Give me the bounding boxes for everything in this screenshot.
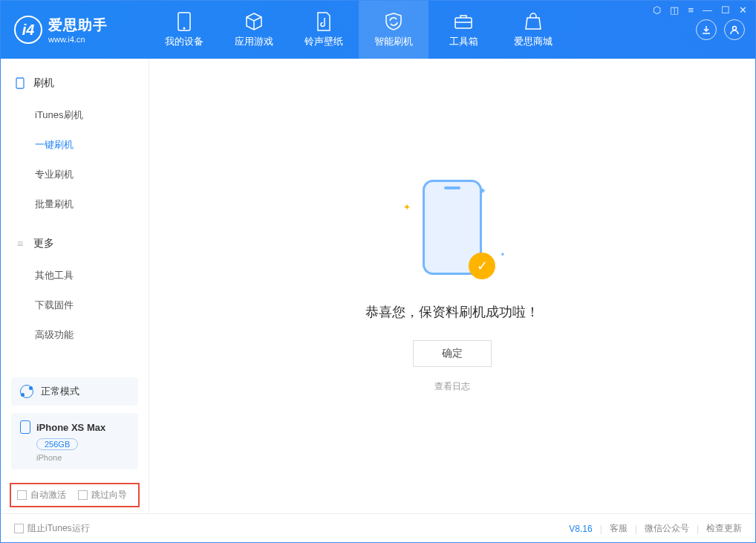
device-area: 正常模式 iPhone XS Max 256GB iPhone <box>1 370 149 480</box>
nav-store[interactable]: 爱思商城 <box>498 1 568 59</box>
device-type: iPhone <box>36 453 129 462</box>
sparkle-icon: ✦ <box>403 202 411 212</box>
app-subtitle: www.i4.cn <box>48 35 108 44</box>
refresh-shield-icon <box>384 12 403 31</box>
footer-link-wechat[interactable]: 微信公众号 <box>645 522 689 535</box>
device-mode-card[interactable]: 正常模式 <box>11 377 138 406</box>
main-nav: 我的设备 应用游戏 铃声壁纸 智能刷机 工具箱 爱思商城 <box>149 1 568 59</box>
sidebar-item-onekey-flash[interactable]: 一键刷机 <box>1 130 149 160</box>
device-icon <box>175 12 194 31</box>
decor-icon[interactable]: ◫ <box>670 4 679 16</box>
phone-icon <box>14 77 26 89</box>
nav-apps-games[interactable]: 应用游戏 <box>219 1 289 59</box>
sidebar-section-more: ≡ 更多 <box>1 233 149 255</box>
download-icon[interactable] <box>696 19 717 40</box>
header: i4 爱思助手 www.i4.cn 我的设备 应用游戏 铃声壁纸 智能刷机 工具… <box>1 1 755 59</box>
close-icon[interactable]: ✕ <box>739 4 747 16</box>
device-phone-icon <box>20 420 30 434</box>
sidebar: 刷机 iTunes刷机 一键刷机 专业刷机 批量刷机 ≡ 更多 其他工具 下载固… <box>1 59 149 513</box>
svg-rect-2 <box>455 18 472 28</box>
cube-icon <box>244 12 264 31</box>
svg-rect-4 <box>16 78 24 88</box>
checkbox-icon <box>17 490 27 500</box>
storage-badge: 256GB <box>36 438 78 450</box>
mode-icon <box>20 385 33 398</box>
list-icon: ≡ <box>14 238 26 250</box>
sidebar-item-download-firmware[interactable]: 下载固件 <box>1 290 149 320</box>
toolbox-icon <box>454 12 473 31</box>
checkbox-skip-guide[interactable]: 跳过向导 <box>78 489 127 501</box>
bag-icon <box>524 12 543 31</box>
footer: 阻止iTunes运行 V8.16 | 客服 | 微信公众号 | 检查更新 <box>1 513 755 543</box>
success-message: 恭喜您，保资料刷机成功啦！ <box>365 303 539 321</box>
footer-link-update[interactable]: 检查更新 <box>706 522 742 535</box>
logo-icon: i4 <box>14 16 42 44</box>
bottom-options-highlight: 自动激活 跳过向导 <box>10 483 140 507</box>
music-file-icon <box>314 12 333 31</box>
device-card[interactable]: iPhone XS Max 256GB iPhone <box>11 413 138 469</box>
sidebar-item-batch-flash[interactable]: 批量刷机 <box>1 189 149 219</box>
logo: i4 爱思助手 www.i4.cn <box>1 16 149 44</box>
checkbox-icon <box>14 524 24 533</box>
checkbox-auto-activate[interactable]: 自动激活 <box>17 489 66 501</box>
checkbox-icon <box>78 490 88 500</box>
check-badge-icon: ✓ <box>469 253 495 279</box>
app-title: 爱思助手 <box>48 16 108 35</box>
sidebar-item-other-tools[interactable]: 其他工具 <box>1 261 149 290</box>
sparkle-icon: ✦ <box>479 186 486 196</box>
window-controls: ⬡ ◫ ≡ — ☐ ✕ <box>653 4 747 16</box>
decor-icon[interactable]: ⬡ <box>653 4 661 16</box>
sidebar-item-pro-flash[interactable]: 专业刷机 <box>1 160 149 189</box>
nav-toolbox[interactable]: 工具箱 <box>428 1 498 59</box>
sidebar-section-flash: 刷机 <box>1 72 149 94</box>
sidebar-item-itunes-flash[interactable]: iTunes刷机 <box>1 100 149 130</box>
nav-smart-flash[interactable]: 智能刷机 <box>359 1 428 59</box>
version-label: V8.16 <box>569 524 592 534</box>
header-actions <box>696 19 755 40</box>
user-icon[interactable] <box>724 19 745 40</box>
footer-link-support[interactable]: 客服 <box>610 522 628 535</box>
main-content: ✓ ✦ ✦ • 恭喜您，保资料刷机成功啦！ 确定 查看日志 <box>149 59 755 513</box>
sidebar-item-advanced[interactable]: 高级功能 <box>1 320 149 350</box>
checkbox-block-itunes[interactable]: 阻止iTunes运行 <box>14 522 90 535</box>
sparkle-icon: • <box>501 250 504 260</box>
svg-point-1 <box>183 27 186 29</box>
nav-my-device[interactable]: 我的设备 <box>149 1 219 59</box>
success-illustration: ✓ ✦ ✦ • <box>400 180 504 284</box>
confirm-button[interactable]: 确定 <box>413 340 492 367</box>
maximize-icon[interactable]: ☐ <box>721 4 730 16</box>
svg-point-3 <box>733 27 737 30</box>
view-log-link[interactable]: 查看日志 <box>434 380 470 393</box>
minimize-icon[interactable]: — <box>703 4 712 16</box>
menu-icon[interactable]: ≡ <box>688 4 694 16</box>
nav-ringtones[interactable]: 铃声壁纸 <box>289 1 359 59</box>
